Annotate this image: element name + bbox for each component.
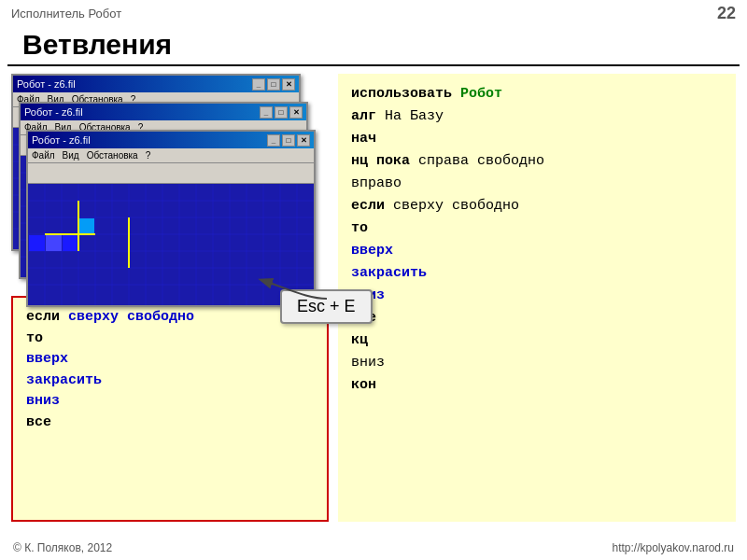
r-line-9: закрасить (351, 262, 723, 285)
win-title-1: Робот - z6.fil (17, 78, 76, 90)
page-title: Ветвления (7, 27, 740, 66)
win-controls-1: _ □ ✕ (252, 78, 295, 91)
title-bar-2: Робот - z6.fil _ □ ✕ (21, 104, 306, 120)
minimize-btn-3[interactable]: _ (267, 134, 280, 147)
maximize-btn-1[interactable]: □ (267, 78, 280, 91)
svg-rect-83 (79, 218, 94, 233)
windows-stack: Робот - z6.fil _ □ ✕ Файл Вид Обстановка… (11, 74, 329, 288)
r-line-1: использовать Робот (351, 83, 723, 105)
win-title-3: Робот - z6.fil (32, 134, 91, 146)
arrow-svg (252, 271, 355, 327)
maximize-btn-2[interactable]: □ (275, 106, 288, 119)
subtitle: Исполнитель Робот (11, 7, 121, 21)
win-title-2: Робот - z6.fil (24, 106, 83, 118)
maximize-btn-3[interactable]: □ (282, 134, 295, 147)
close-btn-2[interactable]: ✕ (289, 106, 303, 119)
r-line-6: если сверху свободно (351, 195, 723, 217)
svg-rect-77 (29, 235, 45, 251)
toolbar-3 (28, 163, 314, 184)
page-number: 22 (717, 4, 736, 23)
top-bar: Исполнитель Робот 22 (0, 0, 747, 27)
left-code-line-4: закрасить (26, 371, 314, 392)
footer-right: http://kpolyakov.narod.ru (612, 541, 734, 554)
footer: © К. Поляков, 2012 http://kpolyakov.naro… (0, 541, 747, 554)
title-bar-3: Робот - z6.fil _ □ ✕ (28, 132, 314, 148)
right-code-panel: использовать Робот алг На Базу нач нц по… (338, 74, 736, 522)
left-code-line-5: вниз (26, 391, 314, 413)
r-line-14: кон (351, 374, 723, 397)
r-line-2: алг На Базу (351, 105, 723, 128)
minimize-btn-1[interactable]: _ (252, 78, 265, 91)
r-line-12: кц (351, 329, 723, 352)
close-btn-3[interactable]: ✕ (297, 134, 310, 147)
r-line-3: нач (351, 128, 723, 150)
svg-rect-79 (63, 235, 78, 251)
win-controls-2: _ □ ✕ (260, 106, 303, 119)
main-content: Робот - z6.fil _ □ ✕ Файл Вид Обстановка… (0, 74, 747, 522)
close-btn-1[interactable]: ✕ (282, 78, 295, 91)
r-line-7: то (351, 217, 723, 240)
r-line-5: вправо (351, 173, 723, 195)
win-controls-3: _ □ ✕ (267, 134, 310, 147)
r-line-4: нц пока справа свободно (351, 150, 723, 173)
arrow-container (252, 271, 355, 330)
menu-bar-3: Файл Вид Обстановка ? (28, 148, 314, 163)
left-code-line-2: то (26, 329, 314, 350)
r-line-8: вверх (351, 240, 723, 262)
left-code-line-3: вверх (26, 349, 314, 371)
footer-left: © К. Поляков, 2012 (13, 541, 112, 554)
left-code-line-6: все (26, 413, 314, 434)
r-line-13: вниз (351, 352, 723, 374)
title-bar-1: Робот - z6.fil _ □ ✕ (13, 76, 299, 92)
svg-rect-78 (46, 235, 62, 251)
minimize-btn-2[interactable]: _ (260, 106, 273, 119)
r-line-10: вниз (351, 285, 723, 307)
r-line-11: все (351, 307, 723, 329)
